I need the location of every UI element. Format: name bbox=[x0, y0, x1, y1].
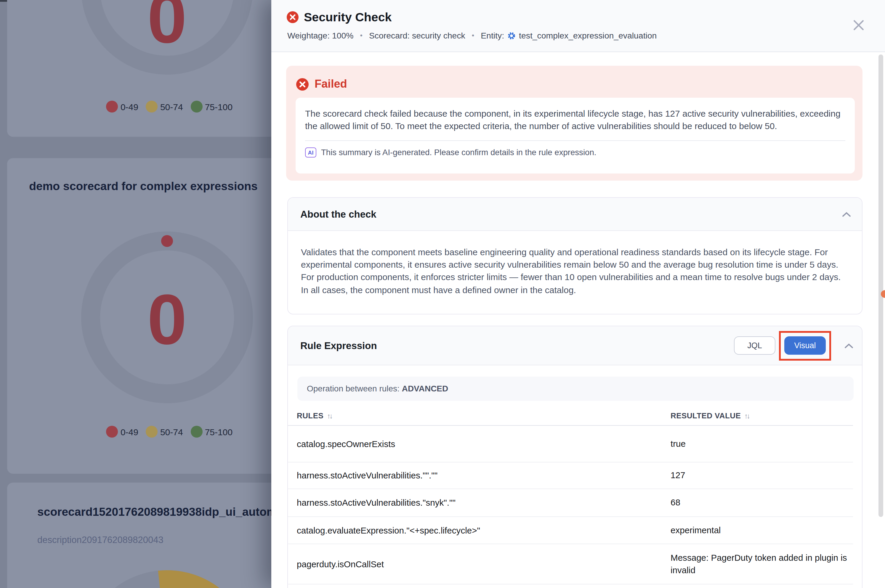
legend-item: 0-49 bbox=[106, 100, 138, 112]
sort-icon[interactable]: ↑↓ bbox=[744, 411, 749, 420]
drawer-header: Security Check Weightage: 100% • Scoreca… bbox=[271, 0, 885, 52]
rule-expression-card: Rule Expression JQL Visual Operation bet… bbox=[287, 326, 862, 588]
ai-disclaimer-text: This summary is AI-generated. Please con… bbox=[321, 148, 596, 157]
scrollbar-thumb[interactable] bbox=[879, 54, 883, 517]
rules-table: RULES ↑↓ RESULTED VALUE ↑↓ catalog.specO… bbox=[288, 406, 853, 585]
table-row: catalog.specOwnerExists true bbox=[288, 426, 853, 462]
rule-value: experimental bbox=[670, 524, 859, 537]
entity-label: Entity: bbox=[481, 31, 504, 40]
legend-dot-red bbox=[106, 426, 118, 438]
jql-toggle-button[interactable]: JQL bbox=[734, 336, 775, 355]
rule-name: catalog.specOwnerExists bbox=[297, 439, 395, 448]
legend-item: 50-74 bbox=[146, 100, 183, 112]
bullet-separator-icon: • bbox=[360, 32, 362, 40]
failed-status-icon bbox=[287, 11, 299, 23]
chevron-up-icon[interactable] bbox=[842, 212, 851, 217]
gear-icon bbox=[507, 31, 516, 40]
legend-item: 75-100 bbox=[191, 426, 233, 438]
rules-table-header: RULES ↑↓ RESULTED VALUE ↑↓ bbox=[288, 406, 853, 426]
legend-dot-yellow bbox=[146, 100, 158, 112]
failed-status-icon bbox=[296, 78, 309, 91]
status-label: Failed bbox=[314, 78, 347, 91]
drawer-meta: Weightage: 100% • Scorecard: security ch… bbox=[287, 31, 657, 40]
security-check-drawer: Security Check Weightage: 100% • Scoreca… bbox=[271, 0, 885, 588]
legend-label: 75-100 bbox=[205, 427, 233, 437]
rule-name: harness.stoActiveVulnerabilities."snyk".… bbox=[297, 498, 455, 507]
legend-item: 50-74 bbox=[146, 426, 183, 438]
operation-value: ADVANCED bbox=[402, 384, 448, 393]
legend-dot-green bbox=[191, 100, 203, 112]
table-row: harness.stoActiveVulnerabilities."snyk".… bbox=[288, 489, 853, 517]
about-check-header: About the check bbox=[288, 198, 862, 231]
close-icon[interactable] bbox=[852, 19, 865, 32]
ai-disclaimer: AI This summary is AI-generated. Please … bbox=[305, 147, 845, 158]
rule-value: Message: PagerDuty token added in plugin… bbox=[670, 552, 859, 576]
operation-label: Operation between rules: bbox=[307, 384, 400, 393]
rule-expression-title: Rule Expression bbox=[301, 340, 377, 351]
gauge-marker-dot bbox=[161, 235, 173, 247]
rule-name: catalog.evaluateExpression."<+spec.lifec… bbox=[297, 525, 480, 535]
about-check-title: About the check bbox=[301, 208, 376, 220]
drawer-title: Security Check bbox=[304, 10, 392, 24]
chevron-up-icon[interactable] bbox=[844, 343, 853, 348]
entity-ref: Entity: test_complex_expression_evaluati… bbox=[481, 31, 657, 40]
resulted-value-column-header[interactable]: RESULTED VALUE ↑↓ bbox=[670, 411, 749, 420]
about-check-card: About the check Validates that the compo… bbox=[287, 197, 862, 314]
divider bbox=[305, 140, 845, 141]
scorecard-name: Scorecard: security check bbox=[369, 31, 465, 40]
legend-label: 50-74 bbox=[160, 102, 183, 112]
column-header-label: RESULTED VALUE bbox=[670, 411, 741, 420]
failure-summary-card: The scorecard check failed because the c… bbox=[296, 98, 855, 174]
screen: 0 0-49 50-74 75-100 demo scorecard for c… bbox=[0, 0, 885, 588]
rule-value: 127 bbox=[670, 469, 859, 482]
legend-label: 0-49 bbox=[120, 427, 138, 437]
legend-dot-green bbox=[191, 426, 203, 438]
sort-icon[interactable]: ↑↓ bbox=[327, 411, 332, 420]
rules-column-header[interactable]: RULES ↑↓ bbox=[297, 411, 332, 420]
legend-dot-red bbox=[106, 100, 118, 112]
weightage-value: Weightage: 100% bbox=[287, 31, 354, 40]
failure-summary-text: The scorecard check failed because the c… bbox=[305, 107, 845, 133]
entity-name: test_complex_expression_evaluation bbox=[519, 31, 657, 40]
ai-icon: AI bbox=[305, 147, 316, 158]
legend-label: 50-74 bbox=[160, 427, 183, 437]
rule-value: 68 bbox=[670, 496, 859, 509]
column-header-label: RULES bbox=[297, 411, 323, 420]
legend-label: 75-100 bbox=[205, 102, 233, 112]
rule-name: harness.stoActiveVulnerabilities.""."" bbox=[297, 471, 437, 480]
legend-item: 0-49 bbox=[106, 426, 138, 438]
rule-value: true bbox=[670, 438, 859, 450]
about-check-body: Validates that the component meets basel… bbox=[301, 246, 849, 296]
failed-banner: Failed The scorecard check failed becaus… bbox=[286, 66, 862, 181]
rule-expression-header: Rule Expression JQL Visual bbox=[288, 326, 862, 365]
gauge-arc-yellow bbox=[159, 580, 233, 588]
table-row: catalog.evaluateExpression."<+spec.lifec… bbox=[288, 517, 853, 544]
operation-between-rules: Operation between rules: ADVANCED bbox=[298, 376, 853, 401]
legend-dot-yellow bbox=[146, 426, 158, 438]
bullet-separator-icon: • bbox=[472, 32, 474, 40]
rule-name: pagerduty.isOnCallSet bbox=[297, 559, 384, 569]
legend-item: 75-100 bbox=[191, 100, 233, 112]
table-row: harness.stoActiveVulnerabilities.""."" 1… bbox=[288, 462, 853, 489]
visual-toggle-button[interactable]: Visual bbox=[784, 336, 826, 355]
table-row: pagerduty.isOnCallSet Message: PagerDuty… bbox=[288, 544, 853, 585]
legend-label: 0-49 bbox=[120, 102, 138, 112]
